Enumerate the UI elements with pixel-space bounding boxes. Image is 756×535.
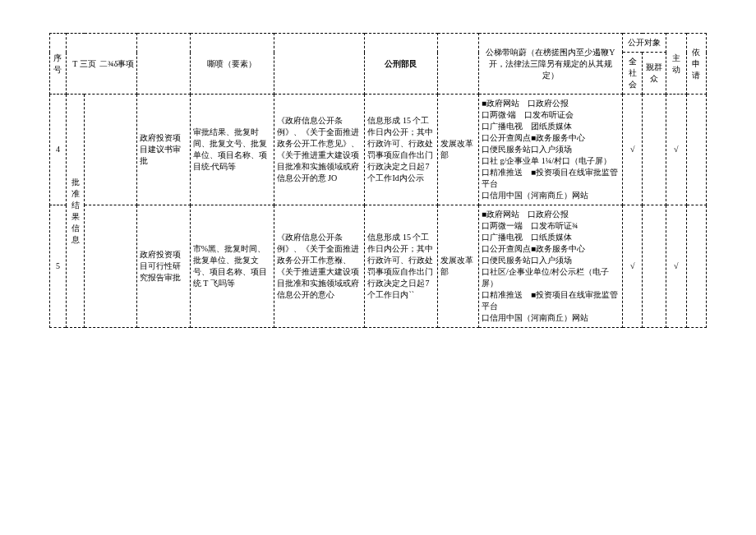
cell-basis: 《政府信息公开条例》、《关于全面推进政务公开工作意褓、《关于推进重大建设项目批准… bbox=[274, 205, 365, 328]
cell-channel: ■政府网站 口政府公报 口两微一端 口发布听证¾ 口广播电视 口纸质媒体 口公开… bbox=[478, 205, 622, 328]
cell-matter: 政府投资项目可行性研究报告审批 bbox=[137, 205, 190, 328]
cell-subject: 发展改革部 bbox=[438, 95, 479, 205]
table-row: 5 政府投资项目可行性研究报告审批 市%黑、批复时间、批复单位、批复文号、项目名… bbox=[50, 205, 707, 328]
cell-t1: √ bbox=[622, 95, 642, 205]
header-empty bbox=[137, 34, 190, 95]
cell-t4 bbox=[686, 205, 706, 328]
cell-channel: ■政府网站 口政府公报 口两微·端 口发布听证会 口广播电视 团纸质媒体 口公开… bbox=[478, 95, 622, 205]
cell-deadline: 信息形成 15 个工作日内公开；其中行政许可、行政处罚事项应自作出门行政决定之日… bbox=[365, 95, 438, 205]
header-deadline: 公刑部艮 bbox=[365, 34, 438, 95]
header-t1: 全社会 bbox=[622, 53, 642, 95]
cell-t3: √ bbox=[666, 95, 686, 205]
cell-basis: 《政府信息公开条例》、《关于全面推进政务公开工作意见》、《关于推进重大建设项目批… bbox=[274, 95, 365, 205]
cell-seq: 5 bbox=[50, 205, 67, 328]
cell-empty bbox=[85, 205, 137, 328]
cell-t2 bbox=[643, 95, 666, 205]
table-header: 序号 T 三页 二¾δ事项 嘶喷（要素） 公刑部艮 公梯带响蔚（在榜搓围内至少遏… bbox=[50, 34, 707, 95]
header-category-group: T 三页 二¾δ事项 bbox=[66, 34, 136, 95]
header-t4: 依申请 bbox=[686, 34, 706, 95]
cell-deadline: 信息形成 15 个工作日内公开；其中行政许可、行政处罚事项应自作出门行政决定之日… bbox=[365, 205, 438, 328]
header-subject bbox=[438, 34, 479, 95]
cell-empty bbox=[85, 95, 137, 205]
header-target-group: 公开对象 bbox=[622, 34, 666, 53]
cell-seq: 4 bbox=[50, 95, 67, 205]
header-content: 嘶喷（要素） bbox=[190, 34, 274, 95]
cell-t3: √ bbox=[666, 205, 686, 328]
disclosure-table: 序号 T 三页 二¾δ事项 嘶喷（要素） 公刑部艮 公梯带响蔚（在榜搓围内至少遏… bbox=[49, 33, 707, 328]
table-row: 4 批准结果信息 政府投资项目建议书审批 审批结果、批复时间、批复文号、批复单位… bbox=[50, 95, 707, 205]
header-t3: 主动 bbox=[666, 34, 686, 95]
header-t2: 觐群众 bbox=[643, 53, 666, 95]
cell-content: 审批结果、批复时间、批复文号、批复单位、项目名称、项目统·代码等 bbox=[190, 95, 274, 205]
table-body: 4 批准结果信息 政府投资项目建议书审批 审批结果、批复时间、批复文号、批复单位… bbox=[50, 95, 707, 328]
cell-t2 bbox=[643, 205, 666, 328]
cell-subject: 发展改革部 bbox=[438, 205, 479, 328]
header-channel: 公梯带响蔚（在榜搓围内至少遏鞭Y开，法律法三障另有规定的从其规定） bbox=[478, 34, 622, 95]
header-category-label: T 三页 bbox=[72, 59, 95, 68]
cell-matter: 政府投资项目建议书审批 bbox=[137, 95, 190, 205]
cell-t4 bbox=[686, 95, 706, 205]
header-seq: 序号 bbox=[50, 34, 67, 95]
header-basis bbox=[274, 34, 365, 95]
cell-t1: √ bbox=[622, 205, 642, 328]
cell-content: 市%黑、批复时间、批复单位、批复文号、项目名称、项目统 T 飞吗等 bbox=[190, 205, 274, 328]
header-sub-matter: 二¾δ事项 bbox=[99, 58, 134, 70]
cell-category: 批准结果信息 bbox=[66, 95, 84, 328]
